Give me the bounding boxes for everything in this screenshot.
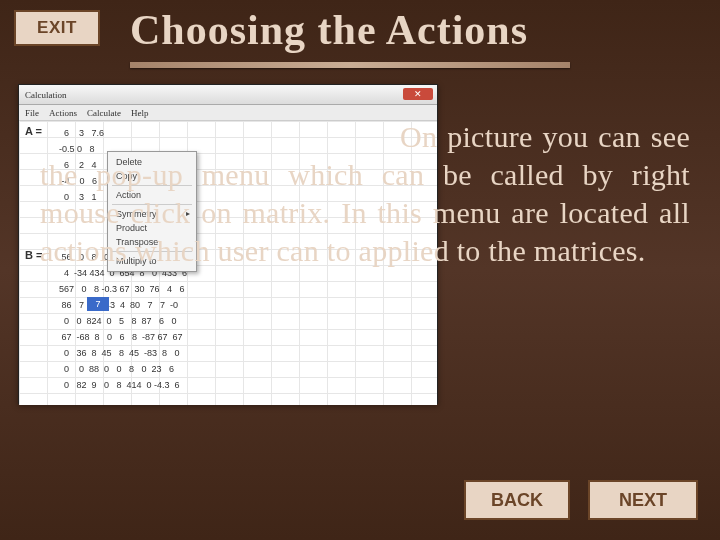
back-button[interactable]: BACK	[464, 480, 570, 520]
page-title: Choosing the Actions	[130, 6, 560, 54]
back-button-label: BACK	[491, 490, 543, 511]
menu-file: File	[25, 105, 39, 120]
highlighted-cell: 7	[87, 297, 109, 311]
window-title: Calculation	[25, 90, 67, 100]
next-button[interactable]: NEXT	[588, 480, 698, 520]
title-underline	[130, 62, 570, 68]
exit-button-label: EXIT	[37, 18, 77, 38]
close-icon: ✕	[403, 88, 433, 100]
body-text: On picture you can see the pop-up menu w…	[40, 118, 690, 270]
next-button-label: NEXT	[619, 490, 667, 511]
window-titlebar: Calculation ✕	[19, 85, 437, 105]
exit-button[interactable]: EXIT	[14, 10, 100, 46]
